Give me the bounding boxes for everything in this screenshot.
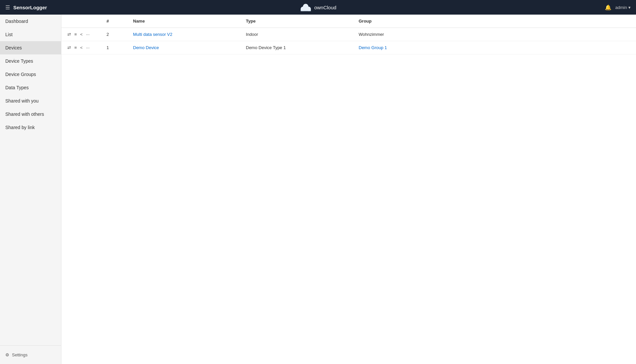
list-icon[interactable]: ≡ <box>74 31 78 37</box>
navbar-right: 🔔 admin ▾ <box>605 4 631 11</box>
admin-menu[interactable]: admin ▾ <box>615 5 631 10</box>
list-icon[interactable]: ≡ <box>74 44 78 51</box>
table-row: ⇄ ≡ < ··· 2 Multi data sensor V2 Indoor … <box>61 28 636 41</box>
row-actions: ⇄ ≡ < ··· <box>67 31 96 37</box>
navbar: ☰ SensorLogger ownCloud 🔔 admin ▾ <box>0 0 636 15</box>
table-body: ⇄ ≡ < ··· 2 Multi data sensor V2 Indoor … <box>61 28 636 54</box>
more-icon[interactable]: ··· <box>85 44 90 51</box>
sidebar-item-shared-by-link[interactable]: Shared by link <box>0 121 61 134</box>
edit-icon[interactable]: ⇄ <box>67 31 72 37</box>
sidebar-item-label: Data Types <box>5 85 29 90</box>
bell-icon[interactable]: 🔔 <box>605 4 611 11</box>
sidebar-item-device-types[interactable]: Device Types <box>0 54 61 68</box>
more-icon[interactable]: ··· <box>85 31 90 37</box>
share-icon[interactable]: < <box>80 44 84 51</box>
row-actions: ⇄ ≡ < ··· <box>67 44 96 51</box>
navbar-left: ☰ SensorLogger <box>5 4 47 11</box>
sidebar-item-label: Device Types <box>5 58 33 64</box>
row-actions-cell: ⇄ ≡ < ··· <box>61 28 101 41</box>
sidebar-item-label: List <box>5 32 13 37</box>
sidebar-item-label: Dashboard <box>5 19 28 24</box>
sidebar-item-label: Shared with you <box>5 98 38 104</box>
main-content: # Name Type Group ⇄ ≡ < <box>61 15 636 364</box>
col-header-num: # <box>101 15 128 28</box>
col-header-type: Type <box>241 15 353 28</box>
row-num: 1 <box>101 41 128 54</box>
device-name-link[interactable]: Multi data sensor V2 <box>133 32 173 37</box>
row-actions-cell: ⇄ ≡ < ··· <box>61 41 101 54</box>
sidebar-item-shared-with-others[interactable]: Shared with others <box>0 108 61 121</box>
row-type: Demo Device Type 1 <box>241 41 353 54</box>
settings-icon: ⚙ <box>5 352 9 357</box>
sidebar-item-shared-with-you[interactable]: Shared with you <box>0 94 61 108</box>
sidebar-item-data-types[interactable]: Data Types <box>0 81 61 94</box>
row-name: Multi data sensor V2 <box>128 28 241 41</box>
row-group: Wohnzimmer <box>353 28 636 41</box>
row-name: Demo Device <box>128 41 241 54</box>
sidebar-item-label: Shared by link <box>5 125 35 130</box>
table-header: # Name Type Group <box>61 15 636 28</box>
share-icon[interactable]: < <box>80 31 84 37</box>
group-link[interactable]: Demo Group 1 <box>359 45 387 50</box>
col-header-actions <box>61 15 101 28</box>
sidebar-item-device-groups[interactable]: Device Groups <box>0 68 61 81</box>
row-num: 2 <box>101 28 128 41</box>
sidebar-item-devices[interactable]: Devices <box>0 41 61 54</box>
admin-label: admin <box>615 5 627 10</box>
hamburger-icon[interactable]: ☰ <box>5 4 10 11</box>
main-layout: Dashboard List Devices Device Types Devi… <box>0 15 636 364</box>
device-name-link[interactable]: Demo Device <box>133 45 159 50</box>
navbar-center: ownCloud <box>300 3 336 12</box>
sidebar-item-dashboard[interactable]: Dashboard <box>0 15 61 28</box>
col-header-group: Group <box>353 15 636 28</box>
sidebar-footer: ⚙ Settings <box>0 345 61 364</box>
owncloud-logo-icon <box>300 3 312 12</box>
devices-table-container: # Name Type Group ⇄ ≡ < <box>61 15 636 54</box>
settings-item[interactable]: ⚙ Settings <box>5 350 56 360</box>
sidebar-item-label: Shared with others <box>5 111 44 117</box>
sidebar-item-label: Device Groups <box>5 72 36 77</box>
devices-table: # Name Type Group ⇄ ≡ < <box>61 15 636 54</box>
edit-icon[interactable]: ⇄ <box>67 44 72 51</box>
app-title: SensorLogger <box>13 5 47 10</box>
col-header-name: Name <box>128 15 241 28</box>
settings-label: Settings <box>12 352 28 357</box>
brand-name: ownCloud <box>314 5 336 10</box>
row-type: Indoor <box>241 28 353 41</box>
sidebar-item-list[interactable]: List <box>0 28 61 41</box>
table-row: ⇄ ≡ < ··· 1 Demo Device Demo Device Type… <box>61 41 636 54</box>
sidebar-item-label: Devices <box>5 45 22 50</box>
admin-caret-icon: ▾ <box>628 5 631 10</box>
sidebar: Dashboard List Devices Device Types Devi… <box>0 15 61 364</box>
row-group: Demo Group 1 <box>353 41 636 54</box>
svg-rect-7 <box>301 9 310 11</box>
